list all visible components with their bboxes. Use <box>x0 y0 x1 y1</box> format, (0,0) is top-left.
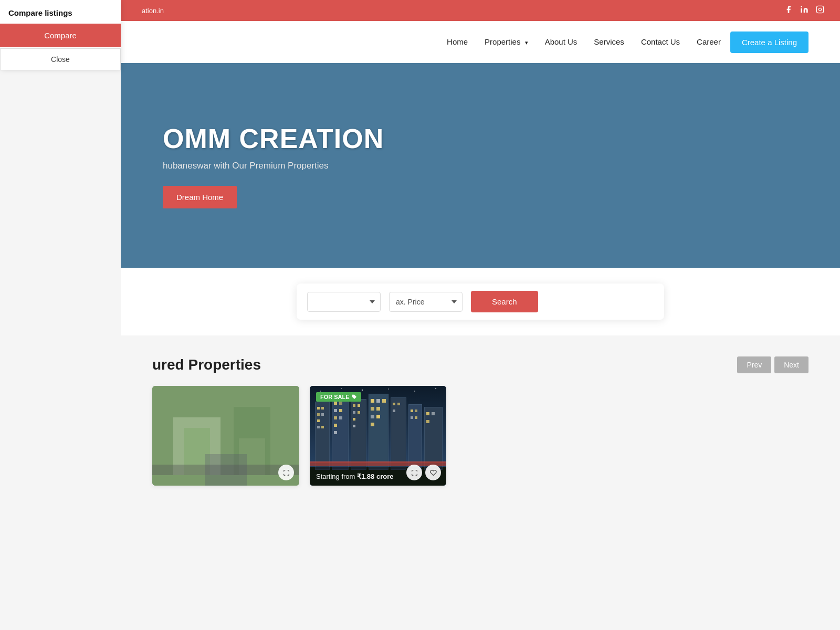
property-cards-list: FOR SALE Starting from ₹1.88 crore <box>152 386 808 486</box>
nav-properties[interactable]: Properties ▾ <box>485 37 528 46</box>
svg-rect-30 <box>334 424 337 427</box>
svg-rect-20 <box>317 426 320 428</box>
close-button[interactable]: Close <box>0 48 121 70</box>
svg-rect-43 <box>376 399 380 403</box>
expand-icon-btn[interactable] <box>278 465 294 480</box>
svg-rect-41 <box>369 394 388 469</box>
svg-rect-44 <box>382 399 386 403</box>
nav-about[interactable]: About Us <box>545 37 578 46</box>
svg-rect-36 <box>353 411 355 414</box>
hero-section: OMM CREATION hubaneswar with Our Premium… <box>121 63 840 268</box>
svg-rect-28 <box>334 416 337 419</box>
card-image <box>152 386 299 486</box>
carousel-nav: Prev Next <box>737 356 808 373</box>
bottom-space <box>121 507 840 612</box>
featured-section: ured Properties Prev Next <box>121 335 840 507</box>
card-image: FOR SALE Starting from ₹1.88 crore <box>310 386 446 486</box>
svg-rect-62 <box>425 407 442 469</box>
card-actions <box>406 465 441 480</box>
svg-rect-37 <box>358 411 360 414</box>
svg-rect-52 <box>393 403 395 405</box>
instagram-icon[interactable] <box>816 5 824 16</box>
svg-point-70 <box>414 391 415 392</box>
svg-point-66 <box>320 391 321 392</box>
favorite-icon-btn[interactable] <box>425 465 441 480</box>
next-button[interactable]: Next <box>774 356 808 373</box>
compare-sidebar: Compare listings Compare Close <box>0 0 121 70</box>
svg-rect-59 <box>411 416 413 419</box>
nav-links: Home Properties ▾ About Us Services Cont… <box>447 37 721 47</box>
nav-home[interactable]: Home <box>447 37 468 46</box>
svg-rect-73 <box>310 461 446 463</box>
svg-rect-51 <box>391 398 406 469</box>
svg-rect-17 <box>317 413 320 416</box>
hero-cta-button[interactable]: Dream Home <box>163 186 237 208</box>
properties-dropdown-icon: ▾ <box>525 39 528 46</box>
compare-button[interactable]: Compare <box>0 24 121 47</box>
svg-rect-33 <box>351 400 366 469</box>
svg-rect-25 <box>339 402 342 405</box>
svg-point-67 <box>341 388 342 389</box>
svg-rect-48 <box>376 415 380 418</box>
svg-point-68 <box>362 390 363 391</box>
search-bar: Apartment Villa Plot ax. Price 50 Lakh 1… <box>297 284 664 320</box>
svg-rect-65 <box>426 420 429 423</box>
svg-rect-39 <box>353 425 355 427</box>
search-section: Apartment Villa Plot ax. Price 50 Lakh 1… <box>121 268 840 335</box>
svg-rect-34 <box>353 404 355 407</box>
svg-rect-54 <box>393 410 395 412</box>
svg-rect-38 <box>353 418 355 421</box>
svg-rect-1 <box>816 6 823 13</box>
for-sale-badge: FOR SALE <box>316 392 361 402</box>
linkedin-icon[interactable] <box>800 5 808 16</box>
svg-rect-56 <box>409 405 422 469</box>
property-type-select[interactable]: Apartment Villa Plot <box>307 292 381 312</box>
facebook-icon[interactable] <box>784 5 793 16</box>
search-button[interactable]: Search <box>471 291 538 312</box>
svg-point-0 <box>801 6 802 7</box>
site-url: ation.in <box>136 7 164 15</box>
social-icons <box>784 5 824 16</box>
svg-rect-15 <box>317 407 320 410</box>
svg-rect-35 <box>358 404 360 407</box>
svg-rect-16 <box>321 407 324 410</box>
expand-icon-btn[interactable] <box>406 465 422 480</box>
property-card: FOR SALE Starting from ₹1.88 crore <box>310 386 446 486</box>
svg-rect-29 <box>339 416 342 419</box>
prev-button[interactable]: Prev <box>737 356 771 373</box>
svg-rect-18 <box>321 413 324 416</box>
svg-rect-42 <box>371 399 374 403</box>
hero-title: OMM CREATION <box>163 123 840 154</box>
nav-contact[interactable]: Contact Us <box>641 37 680 46</box>
nav-services[interactable]: Services <box>594 37 624 46</box>
card-actions <box>278 465 294 480</box>
svg-rect-45 <box>371 407 374 411</box>
svg-point-69 <box>388 388 389 390</box>
svg-rect-63 <box>426 412 429 415</box>
price-select[interactable]: ax. Price 50 Lakh 1 Crore 2 Crore <box>389 292 463 312</box>
svg-rect-53 <box>397 403 400 405</box>
main-nav: Home Properties ▾ About Us Services Cont… <box>121 21 840 63</box>
svg-rect-46 <box>376 407 380 411</box>
card-price: ₹1.88 crore <box>357 472 393 480</box>
svg-rect-58 <box>415 410 417 412</box>
hero-subtitle: hubaneswar with Our Premium Properties <box>163 161 840 171</box>
create-listing-button[interactable]: Create a Listing <box>730 32 808 53</box>
top-bar: ation.in <box>121 0 840 21</box>
svg-rect-21 <box>321 426 324 428</box>
featured-header: ured Properties Prev Next <box>152 356 808 373</box>
compare-sidebar-title: Compare listings <box>0 8 121 24</box>
svg-rect-24 <box>334 402 337 405</box>
svg-point-71 <box>435 388 436 389</box>
svg-rect-27 <box>339 409 342 412</box>
svg-rect-19 <box>317 419 320 422</box>
svg-rect-47 <box>371 415 374 418</box>
svg-rect-9 <box>205 454 247 486</box>
svg-rect-14 <box>316 402 329 469</box>
nav-career[interactable]: Career <box>697 37 721 46</box>
featured-title: ured Properties <box>152 356 261 373</box>
property-card <box>152 386 299 486</box>
svg-rect-49 <box>371 423 374 426</box>
svg-rect-64 <box>432 412 435 415</box>
svg-rect-31 <box>334 431 337 434</box>
